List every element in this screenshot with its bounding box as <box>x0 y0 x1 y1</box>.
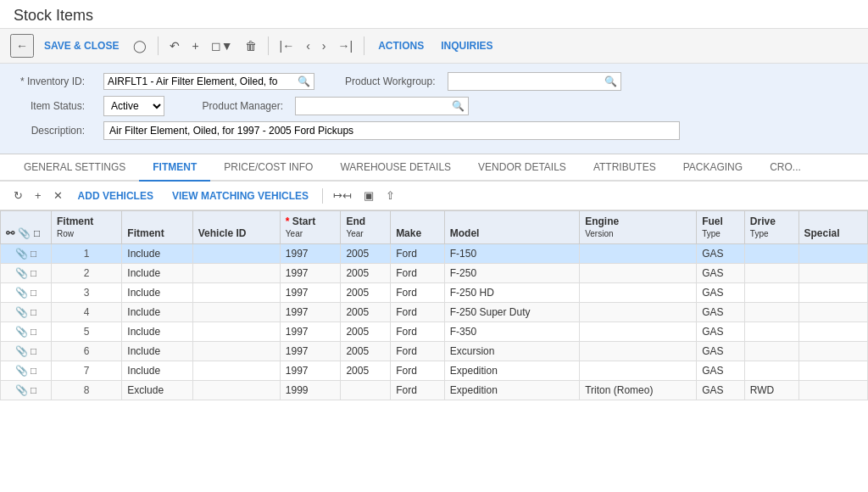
row-clip-icon[interactable]: 📎 <box>15 248 28 260</box>
tab-fitment[interactable]: FITMENT <box>139 154 210 182</box>
remove-row-icon[interactable]: ✕ <box>50 187 66 204</box>
row-drive <box>744 244 798 264</box>
table-row[interactable]: 📎 □ 2 Include 1997 2005 Ford F-250 GAS <box>1 264 868 283</box>
manager-search-icon[interactable]: 🔍 <box>448 98 468 114</box>
tab-vendor[interactable]: VENDOR DETAILS <box>465 154 580 182</box>
back-button[interactable]: ← <box>10 34 34 58</box>
tab-price[interactable]: PRICE/COST INFO <box>210 154 326 182</box>
main-toolbar: ← SAVE & CLOSE ◯ ↶ + ◻▼ 🗑 |← ‹ › →| ACTI… <box>0 28 868 64</box>
inventory-search-icon[interactable]: 🔍 <box>298 75 310 87</box>
row-end-year: 2005 <box>341 283 391 303</box>
row-icons: 📎 □ <box>1 283 52 303</box>
save-icon[interactable]: ◯ <box>129 36 151 56</box>
table-row[interactable]: 📎 □ 5 Include 1997 2005 Ford F-350 GAS <box>1 322 868 342</box>
delete-icon[interactable]: 🗑 <box>241 36 261 56</box>
table-row[interactable]: 📎 □ 3 Include 1997 2005 Ford F-250 HD GA… <box>1 283 868 303</box>
row-doc-icon[interactable]: □ <box>31 306 36 318</box>
product-manager-input[interactable] <box>296 98 448 115</box>
first-icon[interactable]: |← <box>275 36 299 56</box>
row-icons: 📎 □ <box>1 244 52 264</box>
row-icons: 📎 □ <box>1 322 52 342</box>
row-special <box>798 381 868 400</box>
row-fitment-row: 2 <box>52 264 122 283</box>
row-doc-icon[interactable]: □ <box>31 248 36 260</box>
form-row-3: Description: <box>14 121 854 140</box>
row-fuel: GAS <box>697 381 745 400</box>
table-row[interactable]: 📎 □ 6 Include 1997 2005 Ford Excursion G… <box>1 342 868 361</box>
row-vehicle-id <box>192 283 280 303</box>
row-fuel: GAS <box>697 283 745 303</box>
last-icon[interactable]: →| <box>334 36 358 56</box>
save-close-button[interactable]: SAVE & CLOSE <box>37 36 125 55</box>
copy-icon[interactable]: ◻▼ <box>207 36 237 56</box>
export-grid-icon[interactable]: ▣ <box>360 187 377 204</box>
workgroup-search-icon[interactable]: 🔍 <box>601 74 620 89</box>
actions-button[interactable]: ACTIONS <box>371 36 431 55</box>
row-clip-icon[interactable]: 📎 <box>15 345 28 357</box>
prev-icon[interactable]: ‹ <box>302 36 314 56</box>
row-end-year: 2005 <box>341 264 391 283</box>
inventory-id-field-group: 🔍 <box>103 73 314 90</box>
row-fitment-row: 3 <box>52 283 122 303</box>
row-fuel: GAS <box>697 264 745 283</box>
table-row[interactable]: 📎 □ 8 Exclude 1999 Ford Expedition Trito… <box>1 381 868 400</box>
description-input[interactable] <box>103 121 680 140</box>
view-matching-button[interactable]: VIEW MATCHING VEHICLES <box>165 187 315 204</box>
row-fuel: GAS <box>697 322 745 342</box>
row-model: F-250 HD <box>444 283 579 303</box>
row-clip-icon[interactable]: 📎 <box>15 365 28 377</box>
row-clip-icon[interactable]: 📎 <box>15 326 28 338</box>
row-doc-icon[interactable]: □ <box>31 267 36 279</box>
upload-icon[interactable]: ⇧ <box>382 187 398 204</box>
tab-cross[interactable]: CRO... <box>756 154 815 182</box>
row-special <box>798 361 868 381</box>
col-header-fitment-row: FitmentRow <box>52 211 122 244</box>
table-row[interactable]: 📎 □ 4 Include 1997 2005 Ford F-250 Super… <box>1 303 868 322</box>
product-workgroup-input[interactable] <box>448 73 601 90</box>
next-icon[interactable]: › <box>318 36 331 56</box>
row-vehicle-id <box>192 264 280 283</box>
row-doc-icon[interactable]: □ <box>31 345 36 357</box>
inquiries-button[interactable]: INQUIRIES <box>434 36 499 55</box>
row-drive <box>744 342 798 361</box>
add-icon[interactable]: + <box>187 36 203 56</box>
form-right-2: Product Manager: 🔍 <box>195 97 469 115</box>
tab-attributes[interactable]: ATTRIBUTES <box>580 154 670 182</box>
row-doc-icon[interactable]: □ <box>31 287 36 299</box>
row-engine <box>580 361 697 381</box>
row-doc-icon[interactable]: □ <box>31 365 36 377</box>
form-area: * Inventory ID: 🔍 Product Workgroup: 🔍 I… <box>0 64 868 154</box>
row-fitment: Include <box>122 342 192 361</box>
row-icons: 📎 □ <box>1 381 52 400</box>
inventory-id-input[interactable] <box>108 75 294 87</box>
row-engine <box>580 322 697 342</box>
row-special <box>798 283 868 303</box>
separator-2 <box>268 36 269 55</box>
row-start-year: 1997 <box>280 342 341 361</box>
fit-icon[interactable]: ↦↤ <box>330 187 355 204</box>
table-row[interactable]: 📎 □ 7 Include 1997 2005 Ford Expedition … <box>1 361 868 381</box>
refresh-sub-icon[interactable]: ↻ <box>10 187 26 204</box>
col-header-fitment: Fitment <box>122 211 192 244</box>
table-row[interactable]: 📎 □ 1 Include 1997 2005 Ford F-150 GAS <box>1 244 868 264</box>
row-clip-icon[interactable]: 📎 <box>15 306 28 318</box>
row-fitment-row: 6 <box>52 342 122 361</box>
tab-warehouse[interactable]: WAREHOUSE DETAILS <box>326 154 465 182</box>
row-clip-icon[interactable]: 📎 <box>15 384 28 396</box>
row-clip-icon[interactable]: 📎 <box>15 287 28 299</box>
tab-packaging[interactable]: PACKAGING <box>670 154 756 182</box>
undo-icon[interactable]: ↶ <box>165 36 184 56</box>
add-row-icon[interactable]: + <box>31 187 45 204</box>
row-fitment: Include <box>122 283 192 303</box>
separator-3 <box>364 36 364 55</box>
tab-general[interactable]: GENERAL SETTINGS <box>10 154 139 182</box>
row-drive <box>744 264 798 283</box>
row-doc-icon[interactable]: □ <box>31 326 36 338</box>
row-icons: 📎 □ <box>1 264 52 283</box>
row-drive <box>744 322 798 342</box>
add-vehicles-button[interactable]: ADD VEHICLES <box>71 187 160 204</box>
row-clip-icon[interactable]: 📎 <box>15 267 28 279</box>
row-icons: 📎 □ <box>1 303 52 322</box>
item-status-select[interactable]: Active Inactive <box>103 96 164 116</box>
row-doc-icon[interactable]: □ <box>31 384 36 396</box>
